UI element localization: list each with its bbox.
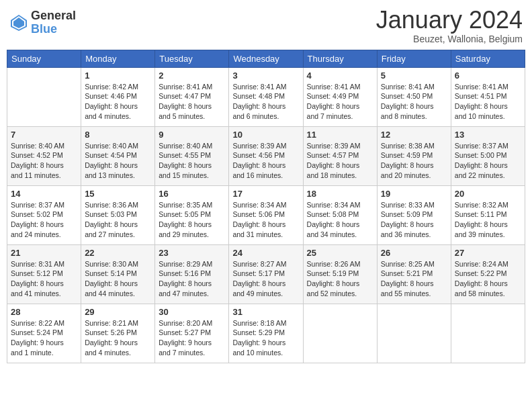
col-friday: Friday [377,50,451,67]
day-number: 25 [307,248,373,258]
table-row: 13Sunrise: 8:37 AMSunset: 5:00 PMDayligh… [451,126,525,185]
table-row: 30Sunrise: 8:20 AMSunset: 5:27 PMDayligh… [155,304,229,363]
table-row: 20Sunrise: 8:32 AMSunset: 5:11 PMDayligh… [451,185,525,244]
calendar-week-row: 14Sunrise: 8:37 AMSunset: 5:02 PMDayligh… [7,185,525,244]
table-row: 10Sunrise: 8:39 AMSunset: 4:56 PMDayligh… [229,126,303,185]
logo: General Blue [9,9,76,36]
table-row: 19Sunrise: 8:33 AMSunset: 5:09 PMDayligh… [377,185,451,244]
table-row: 12Sunrise: 8:38 AMSunset: 4:59 PMDayligh… [377,126,451,185]
day-info: Sunrise: 8:40 AMSunset: 4:54 PMDaylight:… [85,141,151,181]
day-info: Sunrise: 8:41 AMSunset: 4:49 PMDaylight:… [307,82,373,122]
day-info: Sunrise: 8:34 AMSunset: 5:06 PMDaylight:… [232,200,299,240]
table-row: 15Sunrise: 8:36 AMSunset: 5:03 PMDayligh… [81,185,155,244]
table-row: 21Sunrise: 8:31 AMSunset: 5:12 PMDayligh… [7,244,81,304]
day-info: Sunrise: 8:42 AMSunset: 4:46 PMDaylight:… [85,82,151,122]
day-number: 16 [159,189,225,199]
table-row: 25Sunrise: 8:26 AMSunset: 5:19 PMDayligh… [303,244,377,304]
table-row [451,304,525,363]
table-row [7,67,81,126]
table-row: 1Sunrise: 8:42 AMSunset: 4:46 PMDaylight… [81,67,155,126]
table-row: 27Sunrise: 8:24 AMSunset: 5:22 PMDayligh… [451,244,525,304]
col-saturday: Saturday [451,50,525,67]
day-number: 10 [232,130,299,140]
col-monday: Monday [81,50,155,67]
day-info: Sunrise: 8:24 AMSunset: 5:22 PMDaylight:… [455,259,521,299]
day-number: 9 [159,130,225,140]
day-info: Sunrise: 8:27 AMSunset: 5:17 PMDaylight:… [232,259,299,299]
day-info: Sunrise: 8:37 AMSunset: 5:02 PMDaylight:… [11,200,77,240]
day-number: 12 [381,130,447,140]
table-row: 16Sunrise: 8:35 AMSunset: 5:05 PMDayligh… [155,185,229,244]
calendar-week-row: 28Sunrise: 8:22 AMSunset: 5:24 PMDayligh… [7,304,525,363]
day-number: 6 [455,71,521,81]
col-sunday: Sunday [7,50,81,67]
day-number: 30 [159,307,225,317]
day-number: 24 [232,248,299,258]
day-info: Sunrise: 8:32 AMSunset: 5:11 PMDaylight:… [455,200,521,240]
table-row: 31Sunrise: 8:18 AMSunset: 5:29 PMDayligh… [229,304,303,363]
day-info: Sunrise: 8:40 AMSunset: 4:55 PMDaylight:… [159,141,225,181]
month-title: January 2024 [376,7,523,34]
day-info: Sunrise: 8:39 AMSunset: 4:56 PMDaylight:… [232,141,299,181]
day-info: Sunrise: 8:37 AMSunset: 5:00 PMDaylight:… [455,141,521,181]
day-number: 21 [11,248,77,258]
day-info: Sunrise: 8:33 AMSunset: 5:09 PMDaylight:… [381,200,447,240]
day-number: 31 [232,307,299,317]
table-row: 26Sunrise: 8:25 AMSunset: 5:21 PMDayligh… [377,244,451,304]
table-row: 5Sunrise: 8:41 AMSunset: 4:50 PMDaylight… [377,67,451,126]
page-header: General Blue January 2024 Beuzet, Wallon… [7,7,525,44]
table-row: 9Sunrise: 8:40 AMSunset: 4:55 PMDaylight… [155,126,229,185]
logo-icon [9,13,28,32]
day-info: Sunrise: 8:22 AMSunset: 5:24 PMDaylight:… [11,318,77,358]
calendar-week-row: 1Sunrise: 8:42 AMSunset: 4:46 PMDaylight… [7,67,525,126]
day-info: Sunrise: 8:21 AMSunset: 5:26 PMDaylight:… [85,318,151,358]
location-subtitle: Beuzet, Wallonia, Belgium [376,34,523,44]
day-info: Sunrise: 8:35 AMSunset: 5:05 PMDaylight:… [159,200,225,240]
day-number: 4 [307,71,373,81]
day-info: Sunrise: 8:38 AMSunset: 4:59 PMDaylight:… [381,141,447,181]
table-row: 24Sunrise: 8:27 AMSunset: 5:17 PMDayligh… [229,244,303,304]
day-number: 20 [455,189,521,199]
day-number: 18 [307,189,373,199]
table-row: 8Sunrise: 8:40 AMSunset: 4:54 PMDaylight… [81,126,155,185]
table-row: 3Sunrise: 8:41 AMSunset: 4:48 PMDaylight… [229,67,303,126]
day-info: Sunrise: 8:29 AMSunset: 5:16 PMDaylight:… [159,259,225,299]
day-number: 17 [232,189,299,199]
table-row: 17Sunrise: 8:34 AMSunset: 5:06 PMDayligh… [229,185,303,244]
day-number: 7 [11,130,77,140]
table-row: 6Sunrise: 8:41 AMSunset: 4:51 PMDaylight… [451,67,525,126]
day-info: Sunrise: 8:25 AMSunset: 5:21 PMDaylight:… [381,259,447,299]
day-number: 19 [381,189,447,199]
table-row: 4Sunrise: 8:41 AMSunset: 4:49 PMDaylight… [303,67,377,126]
day-number: 23 [159,248,225,258]
day-number: 2 [159,71,225,81]
day-number: 8 [85,130,151,140]
calendar-table: Sunday Monday Tuesday Wednesday Thursday… [7,50,525,363]
title-block: January 2024 Beuzet, Wallonia, Belgium [376,7,523,44]
day-number: 27 [455,248,521,258]
day-info: Sunrise: 8:34 AMSunset: 5:08 PMDaylight:… [307,200,373,240]
day-number: 13 [455,130,521,140]
day-info: Sunrise: 8:41 AMSunset: 4:48 PMDaylight:… [232,82,299,122]
table-row: 28Sunrise: 8:22 AMSunset: 5:24 PMDayligh… [7,304,81,363]
day-number: 26 [381,248,447,258]
day-number: 29 [85,307,151,317]
day-number: 28 [11,307,77,317]
day-number: 15 [85,189,151,199]
table-row: 11Sunrise: 8:39 AMSunset: 4:57 PMDayligh… [303,126,377,185]
table-row: 29Sunrise: 8:21 AMSunset: 5:26 PMDayligh… [81,304,155,363]
day-info: Sunrise: 8:40 AMSunset: 4:52 PMDaylight:… [11,141,77,181]
day-info: Sunrise: 8:36 AMSunset: 5:03 PMDaylight:… [85,200,151,240]
day-info: Sunrise: 8:31 AMSunset: 5:12 PMDaylight:… [11,259,77,299]
day-number: 11 [307,130,373,140]
table-row [377,304,451,363]
logo-blue: Blue [31,23,76,36]
table-row: 23Sunrise: 8:29 AMSunset: 5:16 PMDayligh… [155,244,229,304]
logo-general: General [31,9,76,23]
logo-text: General Blue [31,9,76,36]
table-row: 2Sunrise: 8:41 AMSunset: 4:47 PMDaylight… [155,67,229,126]
table-row: 22Sunrise: 8:30 AMSunset: 5:14 PMDayligh… [81,244,155,304]
day-info: Sunrise: 8:30 AMSunset: 5:14 PMDaylight:… [85,259,151,299]
col-wednesday: Wednesday [229,50,303,67]
day-info: Sunrise: 8:41 AMSunset: 4:50 PMDaylight:… [381,82,447,122]
